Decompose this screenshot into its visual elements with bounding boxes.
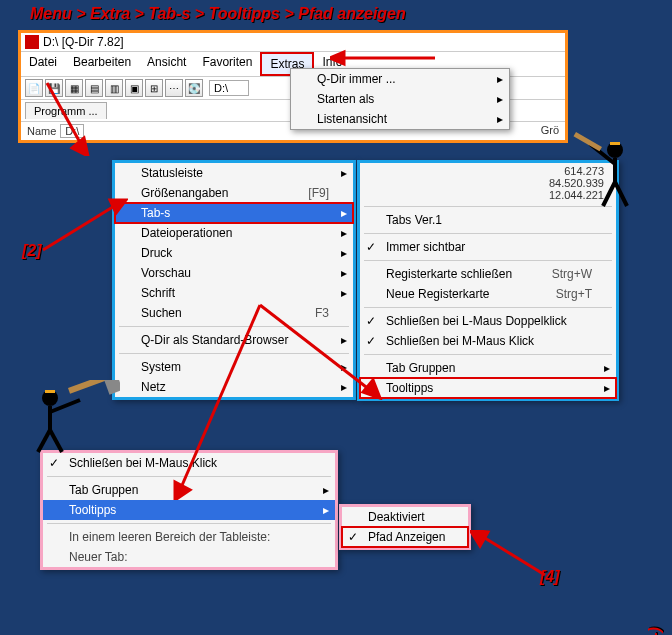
- mi-schliessen-lmaus[interactable]: ✓Schließen bei L-Maus Doppelklick: [360, 311, 616, 331]
- arrow-1: [330, 48, 440, 68]
- submenu-arrow-icon: ▸: [604, 381, 610, 395]
- svg-line-24: [615, 182, 627, 206]
- menu-separator: [47, 523, 331, 524]
- mi-qdir-immer[interactable]: Q-Dir immer ...▸: [291, 69, 509, 89]
- submenu-arrow-icon: ▸: [497, 112, 503, 126]
- section-label-1: In einem leeren Bereich der Tableiste:: [43, 527, 335, 547]
- svg-line-6: [180, 305, 260, 490]
- svg-marker-5: [363, 380, 380, 398]
- extras-dropdown-top: Q-Dir immer ...▸ Starten als▸ Listenansi…: [290, 68, 510, 130]
- svg-line-10: [47, 83, 82, 146]
- mi-immer-sichtbar[interactable]: ✓Immer sichtbar: [360, 237, 616, 257]
- svg-rect-26: [574, 132, 602, 151]
- mi-deaktiviert[interactable]: Deaktiviert: [342, 507, 468, 527]
- submenu-arrow-icon: ▸: [341, 166, 347, 180]
- arrow-2: [38, 195, 128, 255]
- svg-line-2: [43, 205, 116, 250]
- mi-vorschau[interactable]: Vorschau▸: [115, 263, 353, 283]
- svg-rect-13: [45, 390, 55, 393]
- instruction-breadcrumb: Menu > Extra > Tab-s > Tooltipps > Pfad …: [30, 5, 406, 23]
- submenu-arrow-icon: ▸: [341, 246, 347, 260]
- submenu-arrow-icon: ▸: [604, 361, 610, 375]
- tool-layout3-icon[interactable]: ▥: [105, 79, 123, 97]
- mi-tooltipps-sel[interactable]: Tooltipps▸: [43, 500, 335, 520]
- menu-bearbeiten[interactable]: Bearbeiten: [65, 52, 139, 76]
- arrow-4: [470, 530, 550, 580]
- submenu-arrow-icon: ▸: [323, 503, 329, 517]
- arrow-5: [42, 78, 92, 156]
- svg-marker-9: [470, 530, 488, 546]
- arrow-3b: [170, 300, 280, 500]
- tool-grid-icon[interactable]: ⊞: [145, 79, 163, 97]
- site-watermark: www.SoftwareOK.de :-): [646, 627, 664, 635]
- column-size[interactable]: Grö: [541, 124, 559, 138]
- mi-dateioperationen[interactable]: Dateioperationen▸: [115, 223, 353, 243]
- mi-tooltipps[interactable]: Tooltipps▸: [360, 378, 616, 398]
- check-icon: ✓: [348, 530, 358, 544]
- titlebar: D:\ [Q-Dir 7.82]: [21, 33, 565, 52]
- svg-rect-21: [610, 142, 620, 145]
- mi-pfad-anzeigen[interactable]: ✓Pfad Anzeigen: [342, 527, 468, 547]
- svg-marker-1: [330, 52, 344, 64]
- svg-marker-11: [72, 138, 88, 156]
- check-icon: ✓: [366, 240, 376, 254]
- svg-line-8: [480, 535, 545, 575]
- menu-separator: [364, 233, 612, 234]
- tool-layout4-icon[interactable]: ▣: [125, 79, 143, 97]
- worker-figure-left: [10, 380, 120, 460]
- section-label-2: Neuer Tab:: [43, 547, 335, 567]
- worker-figure-right: [570, 130, 660, 220]
- tool-more-icon[interactable]: ⋯: [165, 79, 183, 97]
- mi-neue-registerkarte[interactable]: Neue RegisterkarteStrg+T: [360, 284, 616, 304]
- mi-listenansicht[interactable]: Listenansicht▸: [291, 109, 509, 129]
- mi-druck[interactable]: Druck▸: [115, 243, 353, 263]
- svg-rect-18: [68, 380, 111, 394]
- svg-rect-19: [102, 380, 120, 395]
- menu-ansicht[interactable]: Ansicht: [139, 52, 194, 76]
- svg-line-23: [603, 182, 615, 206]
- mi-tab-s[interactable]: Tab-s▸: [115, 203, 353, 223]
- mi-starten-als[interactable]: Starten als▸: [291, 89, 509, 109]
- app-icon: [25, 35, 39, 49]
- address-box[interactable]: D:\: [209, 80, 249, 96]
- submenu-arrow-icon: ▸: [341, 226, 347, 240]
- menu-separator: [364, 307, 612, 308]
- window-title: D:\ [Q-Dir 7.82]: [43, 35, 124, 49]
- mi-tab-gruppen[interactable]: Tab Gruppen▸: [360, 358, 616, 378]
- menu-separator: [364, 354, 612, 355]
- mi-registerkarte-schliessen[interactable]: Registerkarte schließenStrg+W: [360, 264, 616, 284]
- submenu-arrow-icon: ▸: [497, 92, 503, 106]
- mi-schliessen-mmaus[interactable]: ✓Schließen bei M-Maus Klick: [360, 331, 616, 351]
- submenu-arrow-icon: ▸: [341, 206, 347, 220]
- svg-marker-7: [175, 482, 190, 500]
- pfad-submenu: Deaktiviert ✓Pfad Anzeigen: [339, 504, 471, 550]
- menu-favoriten[interactable]: Favoriten: [194, 52, 260, 76]
- mi-groessenangaben[interactable]: Größenangaben[F9]: [115, 183, 353, 203]
- svg-line-16: [50, 430, 62, 452]
- submenu-arrow-icon: ▸: [341, 266, 347, 280]
- svg-marker-3: [110, 200, 126, 213]
- menu-separator: [364, 260, 612, 261]
- tool-new-icon[interactable]: 📄: [25, 79, 43, 97]
- svg-line-15: [38, 430, 50, 452]
- mi-statusleiste[interactable]: Statusleiste▸: [115, 163, 353, 183]
- submenu-arrow-icon: ▸: [341, 286, 347, 300]
- submenu-arrow-icon: ▸: [497, 72, 503, 86]
- menu-datei[interactable]: Datei: [21, 52, 65, 76]
- submenu-arrow-icon: ▸: [323, 483, 329, 497]
- tool-disk-icon[interactable]: 💽: [185, 79, 203, 97]
